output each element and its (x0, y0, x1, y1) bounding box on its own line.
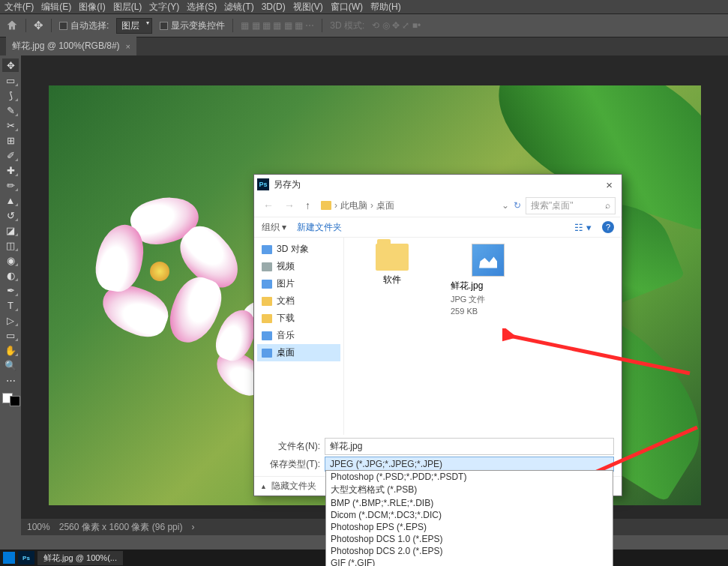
filetype-option[interactable]: 大型文档格式 (*.PSB) (326, 483, 613, 497)
dialog-fields: 文件名(N): 鲜花.jpg 保存类型(T): JPEG (*.JPG;*.JP… (254, 435, 622, 476)
breadcrumb-desktop[interactable]: 桌面 (376, 199, 394, 212)
organize-button[interactable]: 组织 ▾ (262, 221, 286, 234)
sidebar-item-label: 视频 (277, 260, 295, 273)
background-swatch[interactable] (10, 396, 20, 406)
view-mode-icon[interactable]: ☷ ▾ (574, 222, 592, 233)
document-tab[interactable]: 鲜花.jpg @ 100%(RGB/8#) × (6, 37, 136, 55)
show-transform-label: 显示变换控件 (160, 19, 225, 32)
taskbar-ps-icon[interactable]: Ps (18, 551, 34, 565)
clone-tool[interactable]: ▲ (2, 193, 19, 207)
file-size: 259 KB (451, 307, 478, 316)
filetype-option[interactable]: Photoshop EPS (*.EPS) (326, 521, 613, 533)
frame-tool[interactable]: ⊞ (2, 133, 19, 147)
filetype-dropdown[interactable]: JPEG (*.JPG;*.JPEG;*.JPE) Photoshop (*.P… (325, 457, 614, 472)
quick-select-tool[interactable]: ✎ (2, 103, 19, 117)
file-item[interactable]: 鲜花.jpg JPG 文件 259 KB (451, 244, 526, 316)
filetype-option[interactable]: Photoshop (*.PSD;*.PDD;*.PSDT) (326, 471, 613, 483)
windows-start-icon[interactable] (3, 552, 15, 564)
hand-tool[interactable]: ✋ (2, 343, 19, 357)
home-icon[interactable] (6, 19, 18, 31)
filetype-option[interactable]: BMP (*.BMP;*.RLE;*.DIB) (326, 497, 613, 509)
tool-palette: ✥ ▭ ⟆ ✎ ✂ ⊞ ✐ ✚ ✏ ▲ ↺ ◪ ◫ ◉ ◐ ✒ T ▷ ▭ ✋ … (0, 55, 21, 535)
sidebar-item-label: 下载 (277, 312, 295, 325)
path-select-tool[interactable]: ▷ (2, 313, 19, 327)
show-transform-checkbox[interactable] (160, 22, 168, 30)
close-icon[interactable]: × (600, 178, 619, 191)
ps-app-icon: Ps (257, 178, 269, 190)
auto-select-dropdown[interactable]: 图层 (116, 18, 152, 34)
folder-icon (262, 245, 272, 254)
menu-help[interactable]: 帮助(H) (370, 1, 401, 13)
refresh-icon[interactable]: ↻ (514, 200, 521, 211)
healing-tool[interactable]: ✚ (2, 163, 19, 177)
history-brush-tool[interactable]: ↺ (2, 208, 19, 222)
collapse-icon[interactable]: ▲ (260, 483, 267, 490)
menu-type[interactable]: 文字(Y) (149, 1, 179, 13)
sidebar-item-2[interactable]: 图片 (257, 275, 340, 292)
menu-filter[interactable]: 滤镜(T) (224, 1, 253, 13)
move-tool[interactable]: ✥ (2, 58, 19, 72)
nav-up-icon[interactable]: ↑ (302, 199, 313, 211)
crop-tool[interactable]: ✂ (2, 118, 19, 132)
filetype-option[interactable]: GIF (*.GIF) (326, 557, 613, 566)
menu-3d[interactable]: 3D(D) (262, 1, 286, 12)
menu-file[interactable]: 文件(F) (4, 1, 34, 13)
lasso-tool[interactable]: ⟆ (2, 88, 19, 102)
blur-tool[interactable]: ◉ (2, 253, 19, 267)
taskbar-app-label[interactable]: 鲜花.jpg @ 100%(... (37, 551, 123, 565)
chevron-down-icon[interactable]: ⌄ (502, 200, 509, 211)
eyedropper-tool[interactable]: ✐ (2, 148, 19, 162)
dodge-tool[interactable]: ◐ (2, 268, 19, 282)
filetype-option[interactable]: Photoshop DCS 2.0 (*.EPS) (326, 545, 613, 557)
menu-window[interactable]: 窗口(W) (331, 1, 363, 13)
file-name: 鲜花.jpg (451, 280, 483, 292)
filename-input[interactable]: 鲜花.jpg (325, 438, 614, 455)
folder-item[interactable]: 软件 (355, 244, 430, 286)
brush-tool[interactable]: ✏ (2, 178, 19, 192)
menu-select[interactable]: 选择(S) (187, 1, 217, 13)
filetype-option[interactable]: Dicom (*.DCM;*.DC3;*.DIC) (326, 509, 613, 521)
folder-icon (262, 297, 272, 306)
sidebar-item-label: 图片 (277, 277, 295, 290)
new-folder-button[interactable]: 新建文件夹 (297, 221, 342, 234)
filetype-option-list[interactable]: Photoshop (*.PSD;*.PDD;*.PSDT)大型文档格式 (*.… (325, 470, 613, 566)
zoom-tool[interactable]: 🔍 (2, 358, 19, 372)
filetype-option[interactable]: Photoshop DCS 1.0 (*.EPS) (326, 533, 613, 545)
sidebar-item-6[interactable]: 桌面 (257, 344, 340, 361)
status-chevron-icon[interactable]: › (191, 522, 194, 532)
close-tab-icon[interactable]: × (126, 42, 130, 51)
help-icon[interactable]: ? (602, 221, 614, 233)
sidebar-item-3[interactable]: 文档 (257, 292, 340, 310)
menu-edit[interactable]: 编辑(E) (41, 1, 71, 13)
auto-select-checkbox[interactable] (59, 22, 67, 30)
marquee-tool[interactable]: ▭ (2, 73, 19, 87)
menu-image[interactable]: 图像(I) (79, 1, 105, 13)
sidebar-item-1[interactable]: 视频 (257, 258, 340, 275)
breadcrumb[interactable]: › 此电脑 › 桌面 ⌄ (321, 199, 509, 212)
filename-label: 文件名(N): (262, 440, 325, 453)
folder-icon (262, 314, 272, 323)
search-icon[interactable]: ⌕ (605, 200, 610, 211)
dialog-titlebar[interactable]: Ps 另存为 × (254, 175, 622, 194)
type-tool[interactable]: T (2, 298, 19, 312)
shape-tool[interactable]: ▭ (2, 328, 19, 342)
document-tab-label: 鲜花.jpg @ 100%(RGB/8#) (12, 40, 120, 52)
search-input[interactable]: 搜索"桌面" ⌕ (526, 197, 616, 214)
dialog-file-list[interactable]: 软件 鲜花.jpg JPG 文件 259 KB (344, 238, 622, 435)
breadcrumb-pc[interactable]: 此电脑 (340, 199, 367, 212)
edit-toolbar[interactable]: ⋯ (2, 373, 19, 387)
gradient-tool[interactable]: ◫ (2, 238, 19, 252)
sidebar-item-4[interactable]: 下载 (257, 310, 340, 327)
app-menubar[interactable]: 文件(F) 编辑(E) 图像(I) 图层(L) 文字(Y) 选择(S) 滤镜(T… (0, 0, 728, 13)
sidebar-item-5[interactable]: 音乐 (257, 327, 340, 344)
color-swatches[interactable] (2, 388, 19, 408)
mode-3d-label: 3D 模式: (330, 19, 364, 32)
hide-folders-button[interactable]: 隐藏文件夹 (271, 480, 316, 493)
eraser-tool[interactable]: ◪ (2, 223, 19, 237)
nav-back-icon[interactable]: ← (260, 199, 277, 211)
zoom-level[interactable]: 100% (27, 522, 50, 532)
sidebar-item-0[interactable]: 3D 对象 (257, 241, 340, 258)
pen-tool[interactable]: ✒ (2, 283, 19, 297)
menu-layer[interactable]: 图层(L) (113, 1, 142, 13)
menu-view[interactable]: 视图(V) (293, 1, 323, 13)
